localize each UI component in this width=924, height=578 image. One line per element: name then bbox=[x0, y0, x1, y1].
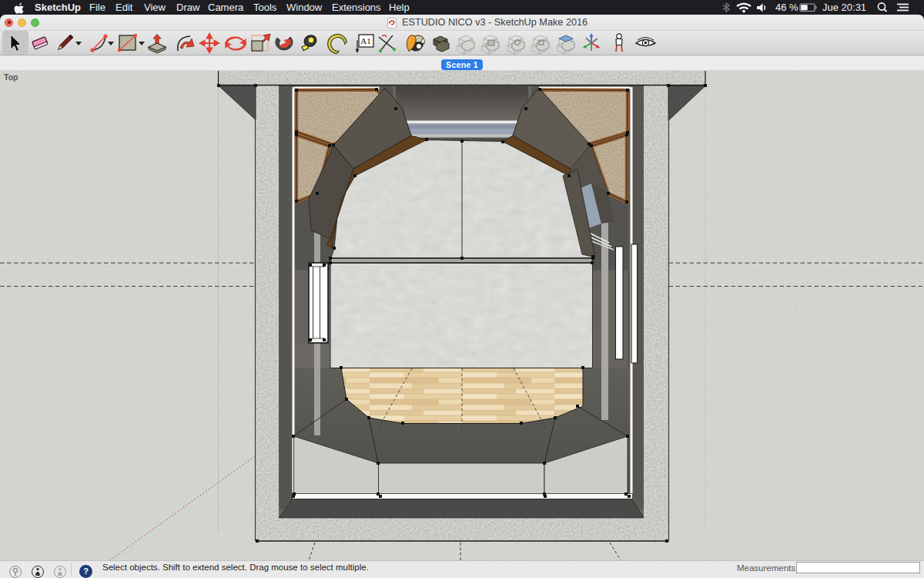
svg-text:A1: A1 bbox=[360, 36, 370, 45]
